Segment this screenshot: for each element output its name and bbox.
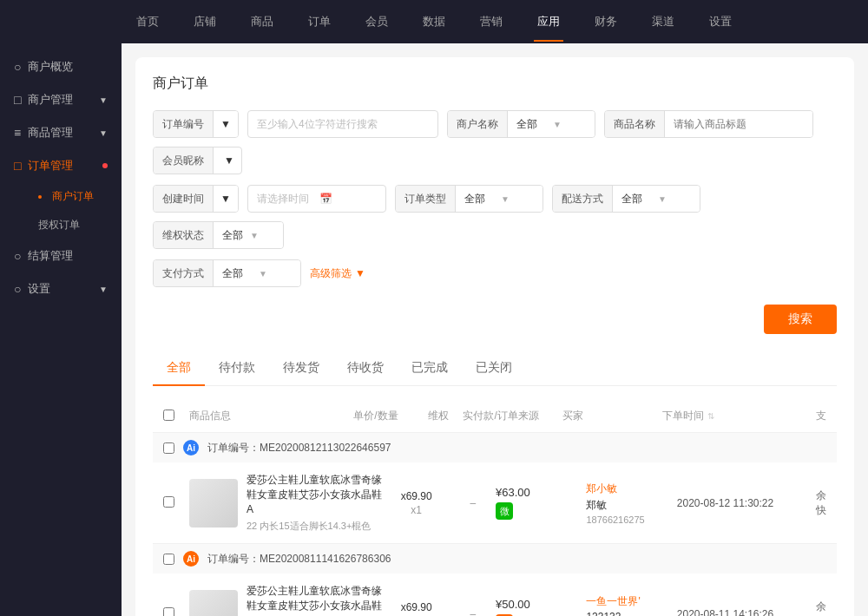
tab-closed[interactable]: 已关闭	[462, 351, 526, 386]
nav-item-member[interactable]: 会员	[362, 2, 391, 42]
header-date[interactable]: 下单时间 ⇅	[662, 409, 786, 423]
buyer-name-2[interactable]: 一鱼一世界'	[586, 594, 676, 609]
tab-all[interactable]: 全部	[153, 351, 205, 386]
order-item-1: 爱莎公主鞋儿童软底冰雪奇缘鞋女童皮鞋艾莎小女孩水晶鞋A 22 内长15适合脚长1…	[153, 462, 837, 543]
chevron-icon: ▼	[99, 285, 108, 294]
merchant-filter: 商户名称 全部 ▼	[447, 110, 595, 138]
filter-row-1: 订单编号 ▼ 商户名称 全部 ▼ 商品名称	[153, 110, 837, 174]
sidebar-item-goods[interactable]: ≡ 商品管理 ▼	[0, 116, 122, 149]
item-checkbox-1[interactable]	[163, 496, 174, 508]
nav-item-order[interactable]: 订单	[305, 2, 334, 42]
action-col-1: 余快	[790, 488, 826, 518]
filter-row-2: 创建时间 ▼ 请选择时间 📅 订单类型 全部 ▼ 配送方式	[153, 185, 837, 249]
order-no-input[interactable]	[247, 110, 438, 138]
buyer-col-1: 郑小敏 郑敏 18766216275	[586, 482, 676, 525]
sidebar-item-orders[interactable]: □ 订单管理	[0, 149, 122, 182]
search-button[interactable]: 搜索	[764, 305, 837, 334]
payment-label: 支付方式	[154, 260, 214, 286]
orders-icon: □	[14, 159, 21, 173]
tab-pending-pay[interactable]: 待付款	[205, 351, 269, 386]
config-icon: ○	[14, 282, 21, 296]
order-checkbox-2[interactable]	[163, 554, 174, 565]
tab-pending-ship[interactable]: 待发货	[269, 351, 333, 386]
advanced-filter[interactable]: 高级筛选 ▼	[310, 266, 365, 281]
content-area: 商户订单 订单编号 ▼ 商户名称 全部 ▼	[122, 43, 868, 616]
select-all-checkbox[interactable]	[163, 410, 174, 421]
price-col-1: x69.90 x1	[383, 490, 450, 516]
order-group-2: Ai 订单编号：ME20200811141626786306 爱莎公主鞋儿童软底…	[153, 544, 837, 616]
nav-item-channel[interactable]: 渠道	[648, 2, 678, 42]
delivery-filter: 配送方式 全部 ▼	[552, 185, 700, 213]
product-info-1: 爱莎公主鞋儿童软底冰雪奇缘鞋女童皮鞋艾莎小女孩水晶鞋A 22 内长15适合脚长1…	[247, 473, 383, 533]
date-col-2: 2020-08-11 14:16:26	[677, 608, 790, 616]
create-time-label: 创建时间	[154, 186, 214, 212]
nav-item-store[interactable]: 店铺	[190, 2, 220, 42]
sidebar-sub-orders: 商户订单 授权订单	[0, 182, 122, 239]
create-time-filter[interactable]: 创建时间 ▼	[153, 185, 239, 213]
sidebar-item-merchant[interactable]: □ 商户管理 ▼	[0, 83, 122, 116]
sidebar-item-config[interactable]: ○ 设置 ▼	[0, 272, 122, 305]
sidebar: ○ 商户概览 □ 商户管理 ▼ ≡ 商品管理 ▼ □ 订单管理 商户订单 授权订…	[0, 43, 122, 616]
sidebar-item-settlement[interactable]: ○ 结算管理	[0, 239, 122, 272]
price-col-2: x69.90 x1	[383, 601, 450, 616]
order-checkbox-1[interactable]	[163, 442, 174, 454]
nav-item-app[interactable]: 应用	[534, 2, 563, 42]
sidebar-item-overview[interactable]: ○ 商户概览	[0, 50, 122, 83]
order-no-filter[interactable]: 订单编号 ▼	[153, 110, 239, 138]
nav-item-home[interactable]: 首页	[133, 2, 162, 42]
chevron-icon: ▼	[99, 128, 108, 138]
action-btn-1[interactable]: 余快	[790, 488, 826, 518]
product-img-1	[189, 479, 238, 528]
sort-icon[interactable]: ⇅	[707, 411, 714, 421]
order-tabs: 全部 待付款 待发货 待收货 已完成 已关闭	[153, 351, 837, 386]
nav-item-data[interactable]: 数据	[419, 2, 449, 42]
member-filter[interactable]: 会员昵称 ▼	[153, 147, 242, 174]
rights-dropdown[interactable]: 全部 ▼	[214, 221, 283, 249]
order-header-1: Ai 订单编号：ME20200812113022646597	[153, 433, 837, 462]
nav-item-marketing[interactable]: 营销	[477, 2, 506, 42]
nav-item-product[interactable]: 商品	[247, 2, 277, 42]
merchant-label: 商户名称	[448, 111, 508, 137]
member-dropdown[interactable]: ▼	[214, 147, 241, 174]
delivery-dropdown[interactable]: 全部 ▼	[613, 185, 700, 213]
wechat-pay-icon: 微	[496, 502, 513, 520]
product-name-1: 爱莎公主鞋儿童软底冰雪奇缘鞋女童皮鞋艾莎小女孩水晶鞋A	[247, 473, 383, 516]
nav-item-finance[interactable]: 财务	[591, 2, 621, 42]
calendar-icon: 📅	[319, 193, 377, 205]
payment-col-2: ¥50.00 好	[496, 598, 586, 616]
tab-completed[interactable]: 已完成	[398, 351, 462, 386]
nav-item-settings[interactable]: 设置	[706, 2, 735, 42]
order-item-2: 爱莎公主鞋儿童软底冰雪奇缘鞋女童皮鞋艾莎小女孩水晶鞋A 25 内长16.5适合脚…	[153, 573, 837, 616]
order-type-filter: 订单类型 全部 ▼	[395, 185, 543, 213]
rights-filter: 维权状态 全部 ▼	[153, 221, 284, 249]
order-icon-2: Ai	[183, 551, 199, 567]
tab-pending-receive[interactable]: 待收货	[333, 351, 398, 386]
sidebar-item-merchant-orders[interactable]: 商户订单	[31, 182, 122, 211]
order-type-dropdown[interactable]: 全部 ▼	[456, 185, 542, 213]
top-nav: 首页 店铺 商品 订单 会员 数据 营销 应用 财务 渠道 设置	[0, 0, 868, 43]
header-action: 支	[786, 409, 826, 423]
order-type-label: 订单类型	[396, 186, 456, 212]
order-no-label: 订单编号	[154, 111, 214, 137]
filter-row-3: 支付方式 全部 ▼ 高级筛选 ▼	[153, 259, 837, 287]
chevron-icon: ▼	[99, 95, 108, 105]
order-icon-1: Ai	[183, 440, 199, 455]
search-btn-row: 搜索	[153, 298, 837, 334]
overview-icon: ○	[14, 60, 21, 74]
buyer-realname-2: 123132	[586, 611, 676, 616]
price-1: x69.90	[383, 490, 450, 502]
sidebar-item-auth-orders[interactable]: 授权订单	[31, 211, 122, 239]
time-dropdown[interactable]: ▼	[214, 186, 238, 212]
price-2: x69.90	[383, 601, 450, 613]
payment-col-1: ¥63.00 微	[496, 486, 586, 520]
payment-dropdown[interactable]: 全部 ▼	[214, 259, 300, 287]
order-no-dropdown[interactable]: ▼	[214, 111, 238, 137]
merchant-dropdown[interactable]: 全部 ▼	[508, 110, 595, 138]
product-input[interactable]	[665, 111, 812, 137]
buyer-realname-1: 郑敏	[586, 498, 676, 513]
buyer-name-1[interactable]: 郑小敏	[586, 482, 676, 496]
date-picker[interactable]: 请选择时间 📅	[247, 185, 386, 213]
item-checkbox-2[interactable]	[163, 607, 174, 616]
action-btn-2[interactable]: 余快	[790, 600, 826, 616]
buyer-col-2: 一鱼一世界' 123132 18661783976	[586, 594, 676, 616]
